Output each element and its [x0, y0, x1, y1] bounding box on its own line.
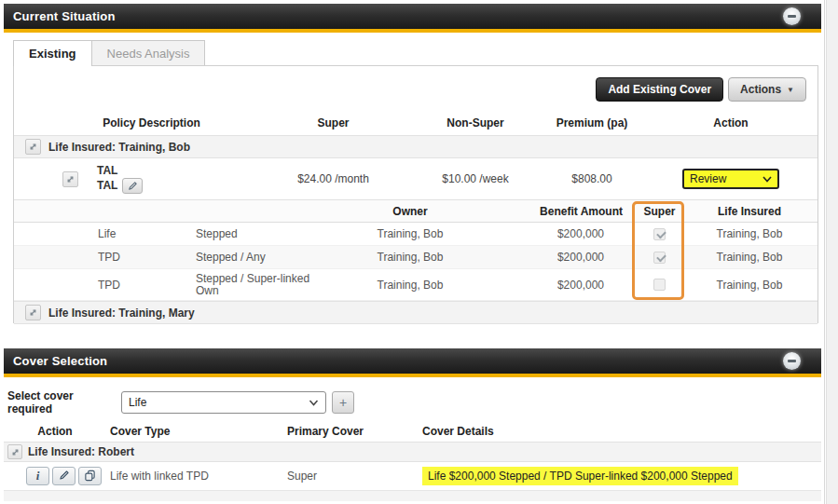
cover-type: Life	[51, 227, 149, 240]
collapse-group-icon[interactable]	[7, 444, 22, 459]
group-label: Life Insured: Training, Mary	[48, 306, 195, 320]
cover-structure: Stepped	[149, 228, 322, 240]
actions-button[interactable]: Actions ▼	[728, 77, 806, 102]
toolbar: Add Existing Cover Actions ▼	[14, 77, 817, 102]
cover-selection-title: Cover Selection	[13, 354, 783, 368]
super-checkbox[interactable]	[653, 228, 666, 240]
collapse-group-icon[interactable]	[25, 305, 41, 320]
copy-button[interactable]	[78, 467, 102, 485]
scrollbar-track[interactable]	[826, 0, 838, 504]
cover-life-insured: Training, Bob	[685, 251, 814, 264]
review-action-select[interactable]: Review	[682, 169, 779, 189]
cover-owner: Training, Bob	[322, 279, 499, 292]
existing-tab-content: Add Existing Cover Actions ▼ Policy Desc…	[13, 65, 818, 323]
cover-row-life: Life Stepped Training, Bob $200,000 Trai…	[14, 223, 817, 246]
policy-super-value: $24.00 /month	[252, 172, 415, 185]
cover-row-tpd-superlinked: TPD Stepped / Super-linked Own Training,…	[14, 269, 817, 301]
policy-table-header: Policy Description Super Non-Super Premi…	[14, 111, 817, 135]
tab-needs-analysis[interactable]: Needs Analysis	[92, 40, 206, 66]
page: Current Situation Existing Needs Analysi…	[0, 0, 838, 504]
col-cover-type: Cover Type	[106, 425, 283, 438]
info-button[interactable]: i	[26, 467, 49, 485]
actions-button-label: Actions	[740, 83, 781, 96]
cover-required-row: Select cover required Life +	[4, 391, 821, 414]
cover-structure: Stepped / Super-linked Own	[149, 273, 322, 297]
row-cover-details-highlighted: Life $200,000 Stepped / TPD Super-linked…	[422, 467, 738, 485]
row-cover-type: Life with linked TPD	[106, 470, 283, 483]
review-select-value: Review	[690, 172, 726, 185]
group-row-training-mary: Life Insured: Training, Mary	[14, 301, 817, 324]
chevron-down-icon	[309, 400, 319, 406]
minus-icon	[788, 360, 796, 362]
cover-selection-table-header: Action Cover Type Primary Cover Cover De…	[4, 421, 821, 442]
info-icon: i	[36, 469, 40, 484]
pencil-icon	[58, 470, 70, 482]
col-policy-description: Policy Description	[51, 116, 252, 129]
col-premium: Premium (pa)	[536, 116, 648, 129]
policy-non-super-value: $10.00 /week	[415, 172, 536, 185]
content-column: Current Situation Existing Needs Analysi…	[0, 0, 825, 504]
super-checkbox[interactable]	[653, 252, 666, 264]
current-situation-panel: Current Situation Existing Needs Analysi…	[4, 4, 821, 323]
policy-premium-value: $808.00	[536, 172, 648, 185]
group-label: Life Insured: Training, Bob	[48, 141, 190, 154]
col-super: Super	[252, 116, 415, 129]
collapse-policy-icon[interactable]	[62, 171, 78, 187]
col-life-insured: Life Insured	[685, 205, 814, 218]
col-super-check: Super	[634, 205, 685, 218]
add-existing-cover-button[interactable]: Add Existing Cover	[596, 77, 723, 102]
cover-owner: Training, Bob	[322, 251, 499, 264]
group-label: Life Insured: Robert	[28, 445, 134, 458]
caret-down-icon: ▼	[787, 86, 794, 94]
current-situation-header: Current Situation	[4, 4, 821, 29]
minus-icon	[788, 15, 796, 18]
policy-provider-line1: TAL	[97, 164, 117, 177]
cover-benefit: $200,000	[499, 279, 634, 292]
cover-selection-panel: Cover Selection Select cover required Li…	[4, 348, 821, 501]
group-row-robert: Life Insured: Robert	[4, 442, 821, 462]
tab-existing[interactable]: Existing	[13, 40, 92, 66]
cover-type: TPD	[51, 251, 149, 264]
cover-life-insured: Training, Bob	[685, 279, 814, 292]
current-situation-collapse-button[interactable]	[783, 7, 801, 25]
detail-table-header: Owner Benefit Amount Super Life Insured	[14, 199, 817, 223]
collapse-group-icon[interactable]	[25, 139, 41, 155]
edit-policy-button[interactable]	[122, 178, 143, 194]
copy-icon	[84, 470, 96, 482]
cover-structure: Stepped / Any	[149, 252, 322, 264]
cover-required-label: Select cover required	[7, 389, 121, 415]
tab-bar: Existing Needs Analysis	[13, 40, 821, 66]
edit-button[interactable]	[52, 467, 76, 485]
col-benefit-amount: Benefit Amount	[499, 205, 634, 218]
col-non-super: Non-Super	[415, 116, 536, 129]
cover-selection-row: i Life with linked TPD Super Life $200,0…	[4, 462, 821, 489]
col-cover-details: Cover Details	[419, 425, 820, 438]
col-owner: Owner	[322, 205, 499, 218]
chevron-down-icon	[762, 176, 772, 183]
col-action: Action	[648, 116, 814, 129]
row-primary-cover: Super	[283, 470, 419, 483]
current-situation-title: Current Situation	[13, 9, 783, 23]
cover-required-value: Life	[129, 396, 146, 409]
cover-selection-collapse-button[interactable]	[783, 352, 801, 370]
cover-benefit: $200,000	[499, 251, 634, 264]
group-row-training-bob: Life Insured: Training, Bob	[14, 135, 817, 158]
policy-provider-line2: TAL	[97, 179, 117, 193]
policy-row-tal: TAL TAL $24.00 /month $10.00 /week $808.…	[14, 158, 817, 199]
super-checkbox[interactable]	[653, 279, 666, 291]
cover-required-select[interactable]: Life	[121, 391, 326, 414]
gold-divider	[4, 29, 821, 33]
cover-life-insured: Training, Bob	[685, 227, 814, 240]
cover-benefit: $200,000	[499, 227, 634, 240]
cover-type: TPD	[51, 279, 149, 292]
cover-selection-header: Cover Selection	[4, 348, 821, 374]
col-action: Action	[4, 425, 106, 438]
cover-detail-table: Owner Benefit Amount Super Life Insured …	[14, 199, 817, 301]
gold-divider	[4, 374, 821, 377]
next-row-strip	[4, 490, 821, 501]
col-primary-cover: Primary Cover	[283, 425, 419, 438]
cover-owner: Training, Bob	[322, 227, 499, 240]
cover-row-tpd-any: TPD Stepped / Any Training, Bob $200,000…	[14, 246, 817, 269]
add-cover-button[interactable]: +	[332, 391, 354, 414]
